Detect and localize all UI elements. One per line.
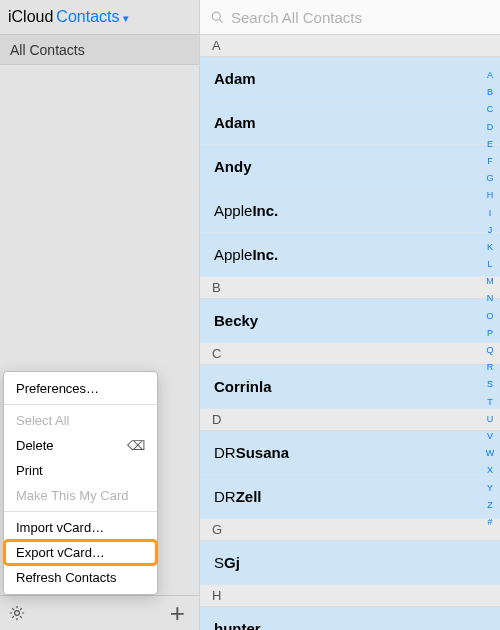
menu-export-vcard[interactable]: Export vCard… xyxy=(4,540,157,565)
section-header: G xyxy=(200,519,500,541)
alpha-letter[interactable]: O xyxy=(486,311,493,321)
alpha-letter[interactable]: T xyxy=(487,397,493,407)
contact-row[interactable]: Becky xyxy=(200,299,500,343)
alpha-letter[interactable]: A xyxy=(487,70,493,80)
search-placeholder: Search All Contacts xyxy=(231,9,362,26)
gear-icon[interactable] xyxy=(8,604,26,622)
alpha-letter[interactable]: B xyxy=(487,87,493,97)
alphabet-index[interactable]: ABCDEFGHIJKLMNOPQRSTUVWXYZ# xyxy=(483,70,497,527)
sidebar: iCloud Contacts▾ All Contacts Preference… xyxy=(0,0,200,630)
alpha-letter[interactable]: J xyxy=(488,225,493,235)
alpha-letter[interactable]: C xyxy=(487,104,494,114)
alpha-letter[interactable]: E xyxy=(487,139,493,149)
menu-separator xyxy=(4,511,157,512)
section-label: Contacts xyxy=(56,8,119,25)
alpha-letter[interactable]: K xyxy=(487,242,493,252)
search-icon xyxy=(210,10,225,25)
svg-point-1 xyxy=(212,12,220,20)
menu-make-my-card: Make This My Card xyxy=(4,483,157,508)
app-root: iCloud Contacts▾ All Contacts Preference… xyxy=(0,0,500,630)
chevron-down-icon: ▾ xyxy=(123,12,129,24)
section-dropdown[interactable]: Contacts▾ xyxy=(56,8,128,26)
alpha-letter[interactable]: U xyxy=(487,414,494,424)
alpha-letter[interactable]: Z xyxy=(487,500,493,510)
section-header: C xyxy=(200,343,500,365)
alpha-letter[interactable]: R xyxy=(487,362,494,372)
alpha-letter[interactable]: I xyxy=(489,208,492,218)
section-header: A xyxy=(200,35,500,57)
svg-point-0 xyxy=(15,611,20,616)
app-header: iCloud Contacts▾ xyxy=(0,0,199,35)
section-header: D xyxy=(200,409,500,431)
alpha-letter[interactable]: S xyxy=(487,379,493,389)
search-bar[interactable]: Search All Contacts xyxy=(200,0,500,35)
contact-row[interactable]: Corrinla xyxy=(200,365,500,409)
menu-print[interactable]: Print xyxy=(4,458,157,483)
section-header: B xyxy=(200,277,500,299)
alpha-letter[interactable]: V xyxy=(487,431,493,441)
menu-preferences[interactable]: Preferences… xyxy=(4,376,157,401)
sidebar-item-label: All Contacts xyxy=(10,42,85,58)
alpha-letter[interactable]: Y xyxy=(487,483,493,493)
contact-row[interactable]: Adam xyxy=(200,101,500,145)
contact-row[interactable]: hunter xyxy=(200,607,500,630)
menu-import-vcard[interactable]: Import vCard… xyxy=(4,515,157,540)
alpha-letter[interactable]: Q xyxy=(486,345,493,355)
alpha-letter[interactable]: # xyxy=(487,517,492,527)
contact-row[interactable]: DR Susana xyxy=(200,431,500,475)
contact-row[interactable]: Apple Inc. xyxy=(200,233,500,277)
brand-label: iCloud xyxy=(8,8,53,26)
alpha-letter[interactable]: P xyxy=(487,328,493,338)
delete-icon: ⌫ xyxy=(127,438,145,453)
add-button[interactable]: + xyxy=(170,598,185,629)
contact-row[interactable]: Adam xyxy=(200,57,500,101)
contact-row[interactable]: S Gj xyxy=(200,541,500,585)
sidebar-toolbar: + xyxy=(0,595,199,630)
alpha-letter[interactable]: M xyxy=(486,276,494,286)
contact-row[interactable]: Andy xyxy=(200,145,500,189)
alpha-letter[interactable]: L xyxy=(487,259,492,269)
alpha-letter[interactable]: F xyxy=(487,156,493,166)
alpha-letter[interactable]: H xyxy=(487,190,494,200)
menu-separator xyxy=(4,404,157,405)
section-header: H xyxy=(200,585,500,607)
contact-list[interactable]: AAdamAdamAndyApple Inc.Apple Inc.BBeckyC… xyxy=(200,35,500,630)
main-panel: Search All Contacts AAdamAdamAndyApple I… xyxy=(200,0,500,630)
alpha-letter[interactable]: D xyxy=(487,122,494,132)
contact-row[interactable]: DR Zell xyxy=(200,475,500,519)
alpha-letter[interactable]: N xyxy=(487,293,494,303)
menu-select-all: Select All xyxy=(4,408,157,433)
contact-row[interactable]: Apple Inc. xyxy=(200,189,500,233)
sidebar-item-all-contacts[interactable]: All Contacts xyxy=(0,35,199,65)
menu-refresh-contacts[interactable]: Refresh Contacts xyxy=(4,565,157,590)
svg-line-2 xyxy=(219,19,222,22)
menu-delete[interactable]: Delete⌫ xyxy=(4,433,157,458)
alpha-letter[interactable]: X xyxy=(487,465,493,475)
context-menu: Preferences… Select All Delete⌫ Print Ma… xyxy=(3,371,158,595)
alpha-letter[interactable]: W xyxy=(486,448,495,458)
alpha-letter[interactable]: G xyxy=(486,173,493,183)
